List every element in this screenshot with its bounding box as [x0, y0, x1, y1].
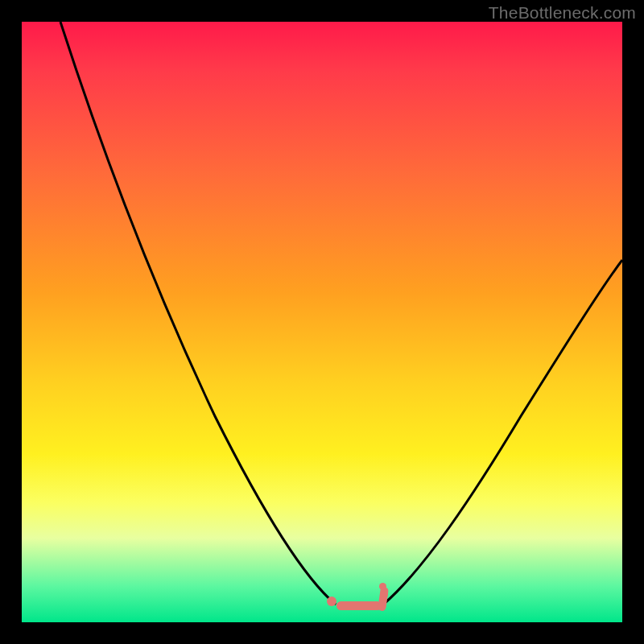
marker-flat-bar: [336, 601, 382, 610]
bottleneck-curve: [22, 22, 622, 622]
marker-spike-tip: [379, 583, 386, 590]
watermark-text: TheBottleneck.com: [489, 3, 636, 23]
chart-frame: [22, 22, 622, 622]
marker-spike-mid: [382, 591, 388, 597]
marker-dot-left: [327, 597, 336, 606]
